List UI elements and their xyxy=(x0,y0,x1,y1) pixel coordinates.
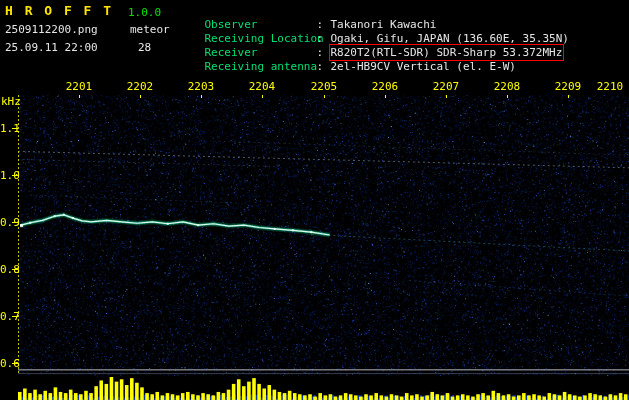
time-label: 2204 xyxy=(242,80,282,93)
time-label: 2205 xyxy=(304,80,344,93)
time-label: 2203 xyxy=(181,80,221,93)
info-value: 2el-HB9CV Vertical (el. E-W) xyxy=(331,60,516,73)
time-label: 2209 xyxy=(548,80,588,93)
app-version: 1.0.0 xyxy=(128,6,161,19)
output-filename: 2509112200.png xyxy=(5,23,98,36)
hrofft-window: H R O F F T 1.0.0 2509112200.png meteor … xyxy=(0,0,629,400)
freq-label: 0.7 xyxy=(0,310,15,323)
freq-label: 0.8 xyxy=(0,263,15,276)
time-label: 2207 xyxy=(426,80,466,93)
info-colon: : xyxy=(317,60,331,73)
info-label: Receiving antenna xyxy=(205,60,317,73)
datetime-label: 25.09.11 22:00 xyxy=(5,41,98,54)
freq-label: 0.9 xyxy=(0,216,15,229)
echo-count: 28 xyxy=(138,41,151,54)
mode-label: meteor xyxy=(130,23,170,36)
freq-label: 1.1 xyxy=(0,122,15,135)
y-axis-unit: kHz xyxy=(1,95,21,108)
time-label: 2210 xyxy=(593,80,627,93)
time-label: 2201 xyxy=(59,80,99,93)
time-label: 2202 xyxy=(120,80,160,93)
freq-label: 1.0 xyxy=(0,169,15,182)
freq-label: 0.6 xyxy=(0,357,15,370)
time-label: 2206 xyxy=(365,80,405,93)
app-title: H R O F F T xyxy=(5,4,113,17)
time-label: 2208 xyxy=(487,80,527,93)
